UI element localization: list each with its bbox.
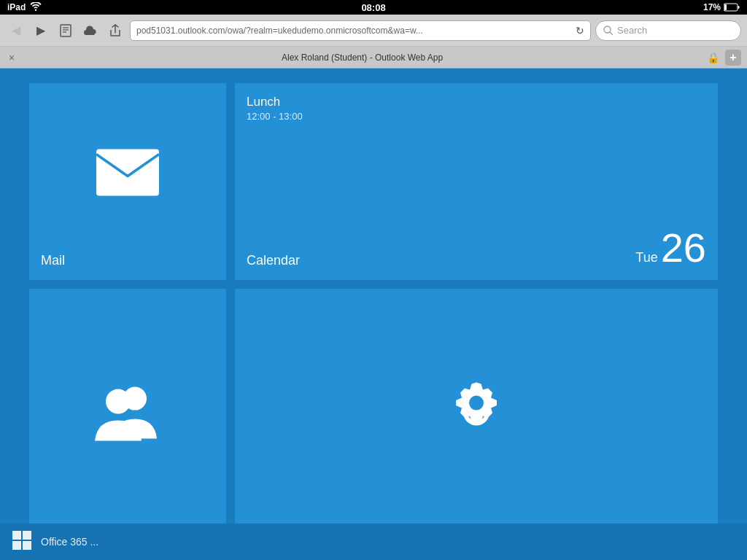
event-title: Lunch: [247, 95, 303, 109]
mail-icon-svg: [96, 149, 160, 200]
owa-main: Mail Lunch 12:00 - 13:00 Calendar Tue 26: [0, 69, 747, 560]
svg-rect-18: [12, 541, 21, 550]
day-number: 26: [661, 228, 706, 268]
reload-button[interactable]: ↻: [576, 25, 584, 36]
back-button[interactable]: ◀: [6, 20, 26, 41]
gear-icon: [444, 380, 509, 448]
mail-tile[interactable]: Mail: [29, 83, 226, 280]
date-display: Tue 26: [635, 228, 706, 268]
status-bar: iPad 08:08 17%: [0, 0, 747, 15]
svg-rect-12: [96, 149, 159, 196]
search-bar[interactable]: Search: [595, 20, 741, 41]
share-icon: [109, 24, 121, 37]
address-bar[interactable]: pod51031.outlook.com/owa/?realm=ukedudem…: [130, 20, 591, 41]
share-button[interactable]: [105, 20, 125, 41]
app-name: Office 365 ...: [41, 536, 98, 548]
svg-rect-1: [724, 4, 727, 10]
day-name: Tue: [635, 250, 657, 265]
svg-line-8: [610, 32, 613, 35]
cloud-button[interactable]: [80, 20, 101, 41]
options-tile[interactable]: Options: [235, 289, 718, 553]
status-time: 08:08: [361, 2, 385, 13]
battery-percent: 17%: [703, 2, 721, 12]
svg-rect-19: [23, 541, 31, 550]
forward-button[interactable]: ▶: [31, 20, 51, 41]
search-icon: [603, 26, 613, 35]
people-tile[interactable]: People: [29, 289, 226, 553]
bottom-bar: Office 365 ...: [0, 524, 747, 560]
svg-rect-17: [23, 531, 31, 540]
windows-logo: [12, 530, 32, 553]
event-time: 12:00 - 13:00: [247, 111, 303, 122]
bookmarks-button[interactable]: [55, 20, 76, 41]
tab-actions: 🔒 +: [707, 50, 741, 66]
wifi-icon: [30, 2, 42, 13]
svg-point-14: [106, 389, 131, 414]
svg-rect-3: [61, 25, 71, 36]
search-placeholder: Search: [617, 25, 647, 36]
mail-tile-label: Mail: [41, 253, 214, 268]
browser-toolbar: ◀ ▶ pod51031.outlook.com/owa/?realm=uked…: [0, 15, 747, 47]
device-label: iPad: [7, 2, 26, 12]
tiles-grid: Mail Lunch 12:00 - 13:00 Calendar Tue 26: [29, 83, 718, 560]
svg-rect-16: [12, 531, 21, 540]
tab-page-title: Alex Roland (Student) - Outlook Web App: [22, 52, 703, 63]
svg-rect-2: [738, 6, 740, 9]
windows-logo-icon: [12, 530, 32, 551]
status-right: 17%: [703, 2, 740, 12]
address-url: pod51031.outlook.com/owa/?realm=ukedudem…: [136, 26, 571, 36]
book-icon: [59, 24, 72, 37]
calendar-tile[interactable]: Lunch 12:00 - 13:00 Calendar Tue 26: [235, 83, 718, 280]
calendar-tile-label: Calendar: [247, 253, 300, 268]
svg-point-15: [469, 396, 484, 411]
battery-icon: [724, 3, 740, 12]
tab-bar: × Alex Roland (Student) - Outlook Web Ap…: [0, 47, 747, 69]
people-icon: [88, 384, 168, 446]
cloud-icon: [83, 26, 98, 36]
status-left: iPad: [7, 2, 42, 13]
calendar-event: Lunch 12:00 - 13:00: [247, 95, 303, 122]
new-tab-button[interactable]: +: [725, 50, 741, 66]
close-tab-button[interactable]: ×: [6, 52, 18, 63]
lock-icon: 🔒: [707, 52, 719, 63]
